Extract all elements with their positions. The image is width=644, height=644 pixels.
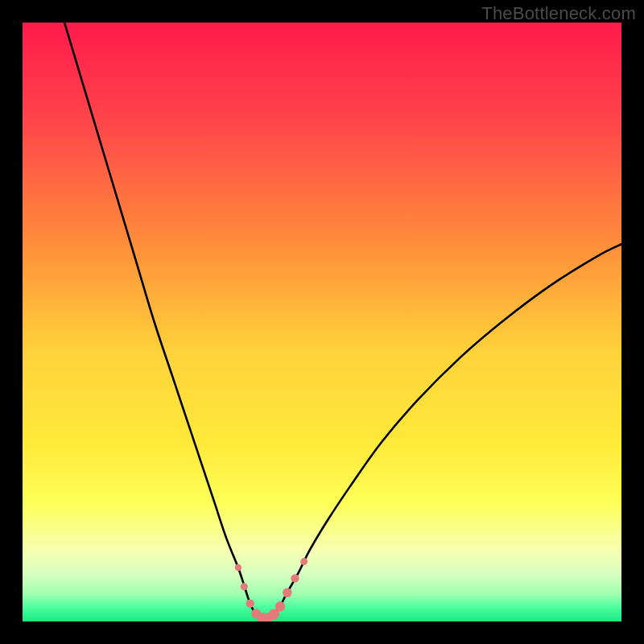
chart-container: TheBottleneck.com (0, 0, 644, 644)
plot-area (23, 23, 621, 621)
curve-marker (275, 601, 286, 612)
curve-layer (23, 23, 621, 621)
curve-marker (241, 583, 248, 590)
watermark-text: TheBottleneck.com (481, 3, 636, 24)
curve-marker (300, 558, 308, 565)
bottleneck-curve (64, 23, 621, 618)
curve-marker (291, 574, 299, 582)
curve-marker (283, 588, 292, 597)
curve-marker (246, 599, 254, 607)
curve-marker (235, 564, 242, 571)
